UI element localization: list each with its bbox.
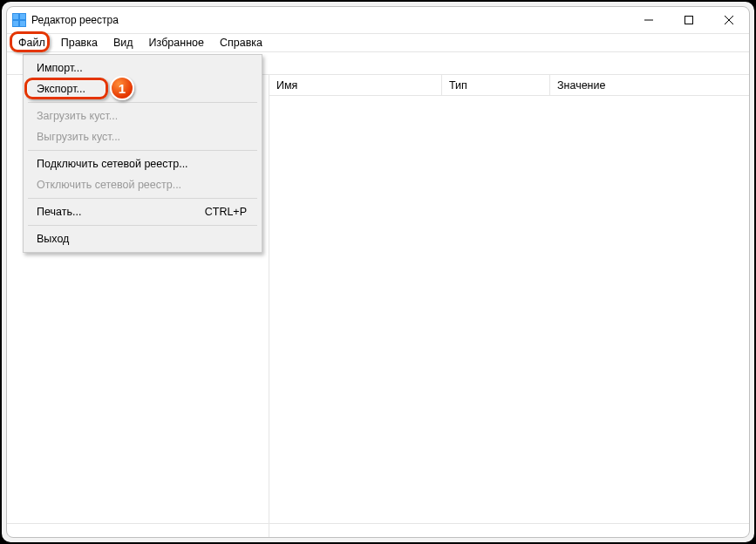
values-header: Имя Тип Значение (269, 75, 749, 96)
menu-item-label: Выход (37, 233, 69, 245)
menu-item-unload-hive: Выгрузить куст... (26, 126, 259, 147)
menu-item-label: Экспорт... (37, 83, 85, 95)
menu-file[interactable]: Файл (10, 34, 53, 51)
menu-item-import[interactable]: Импорт... (26, 58, 259, 78)
menu-item-exit[interactable]: Выход (26, 228, 259, 249)
column-header-name[interactable]: Имя (269, 75, 442, 95)
app-icon (12, 13, 26, 27)
menu-view[interactable]: Вид (106, 34, 141, 51)
menu-item-print[interactable]: Печать... CTRL+P (26, 201, 259, 222)
menu-item-export[interactable]: Экспорт... (26, 78, 259, 99)
svg-rect-2 (20, 14, 25, 19)
close-button[interactable] (709, 7, 749, 33)
menu-item-connect-network[interactable]: Подключить сетевой реестр... (26, 153, 259, 174)
svg-rect-4 (20, 21, 25, 26)
menu-edit[interactable]: Правка (53, 34, 106, 51)
menu-item-disconnect-network: Отключить сетевой реестр... (26, 174, 259, 195)
values-body[interactable] (269, 96, 749, 523)
menu-item-label: Выгрузить куст... (37, 131, 120, 143)
menu-item-label: Импорт... (37, 62, 83, 74)
menu-item-label: Отключить сетевой реестр... (37, 179, 181, 191)
menu-separator (28, 198, 257, 199)
menu-item-label: Печать... (37, 206, 81, 218)
menu-item-load-hive: Загрузить куст... (26, 105, 259, 126)
menu-favorites[interactable]: Избранное (141, 34, 212, 51)
menu-separator (28, 102, 257, 103)
status-segment-left (7, 524, 269, 537)
menu-help[interactable]: Справка (212, 34, 270, 51)
column-header-type[interactable]: Тип (442, 75, 550, 95)
menu-item-label: Загрузить куст... (37, 110, 118, 122)
values-pane: Имя Тип Значение (269, 75, 749, 523)
status-bar (7, 523, 749, 537)
svg-rect-1 (13, 14, 18, 19)
menu-item-shortcut: CTRL+P (205, 206, 247, 218)
file-menu-dropdown: Импорт... Экспорт... Загрузить куст... В… (23, 54, 262, 253)
menu-separator (28, 225, 257, 226)
column-header-value[interactable]: Значение (550, 75, 749, 95)
menu-separator (28, 150, 257, 151)
svg-rect-6 (685, 17, 693, 24)
menu-bar: Файл Правка Вид Избранное Справка (7, 33, 749, 52)
maximize-button[interactable] (669, 7, 709, 33)
window-title: Редактор реестра (31, 14, 119, 26)
svg-rect-3 (13, 21, 18, 26)
minimize-button[interactable] (629, 7, 669, 33)
menu-item-label: Подключить сетевой реестр... (37, 158, 188, 170)
title-bar: Редактор реестра (7, 7, 749, 33)
